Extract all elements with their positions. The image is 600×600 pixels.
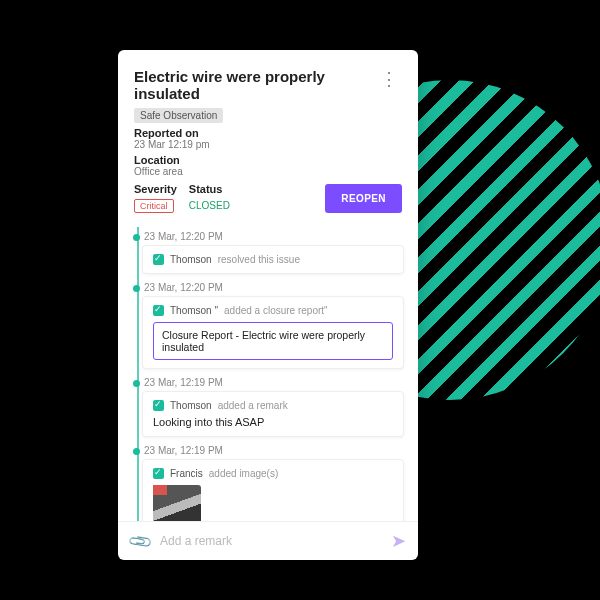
actor-name: Thomson bbox=[170, 400, 212, 411]
location-value: Office area bbox=[134, 166, 402, 177]
reopen-button[interactable]: REOPEN bbox=[325, 184, 402, 213]
compose-bar: 📎 ➤ bbox=[118, 521, 418, 560]
image-thumbnail[interactable] bbox=[153, 485, 201, 521]
actor-name: Thomson " bbox=[170, 305, 218, 316]
remark-text: Looking into this ASAP bbox=[153, 416, 393, 428]
severity-label: Severity bbox=[134, 183, 177, 195]
timeline-card[interactable]: Francis added image(s) bbox=[142, 459, 404, 521]
closure-report-attachment[interactable]: Closure Report - Electric wire were prop… bbox=[153, 322, 393, 360]
reported-on-label: Reported on bbox=[134, 127, 402, 139]
timeline-card[interactable]: Thomson resolved this issue bbox=[142, 245, 404, 274]
actor-name: Francis bbox=[170, 468, 203, 479]
timeline-card[interactable]: Thomson " added a closure report" Closur… bbox=[142, 296, 404, 369]
category-badge: Safe Observation bbox=[134, 108, 223, 123]
action-text: added image(s) bbox=[209, 468, 278, 479]
check-icon bbox=[153, 468, 164, 479]
actor-name: Thomson bbox=[170, 254, 212, 265]
event-timestamp: 23 Mar, 12:19 PM bbox=[144, 445, 404, 456]
remark-input[interactable] bbox=[160, 534, 381, 548]
attach-icon[interactable]: 📎 bbox=[126, 527, 154, 554]
action-text: added a remark bbox=[218, 400, 288, 411]
check-icon bbox=[153, 305, 164, 316]
scroll-area[interactable]: Electric wire were properly insulated ⋮ … bbox=[118, 50, 418, 521]
event-timestamp: 23 Mar, 12:20 PM bbox=[144, 282, 404, 293]
issue-title: Electric wire were properly insulated bbox=[134, 68, 376, 102]
severity-value: Critical bbox=[134, 199, 174, 213]
location-label: Location bbox=[134, 154, 402, 166]
action-text: resolved this issue bbox=[218, 254, 300, 265]
activity-timeline: 23 Mar, 12:20 PM Thomson resolved this i… bbox=[124, 221, 412, 521]
app-card: Electric wire were properly insulated ⋮ … bbox=[118, 50, 418, 560]
check-icon bbox=[153, 254, 164, 265]
action-text: added a closure report" bbox=[224, 305, 328, 316]
send-icon[interactable]: ➤ bbox=[391, 530, 406, 552]
event-timestamp: 23 Mar, 12:19 PM bbox=[144, 377, 404, 388]
check-icon bbox=[153, 400, 164, 411]
timeline-card[interactable]: Thomson added a remark Looking into this… bbox=[142, 391, 404, 437]
event-timestamp: 23 Mar, 12:20 PM bbox=[144, 231, 404, 242]
status-label: Status bbox=[189, 183, 230, 195]
status-value: CLOSED bbox=[189, 200, 230, 211]
more-menu-icon[interactable]: ⋮ bbox=[376, 68, 402, 90]
reported-on-value: 23 Mar 12:19 pm bbox=[134, 139, 402, 150]
